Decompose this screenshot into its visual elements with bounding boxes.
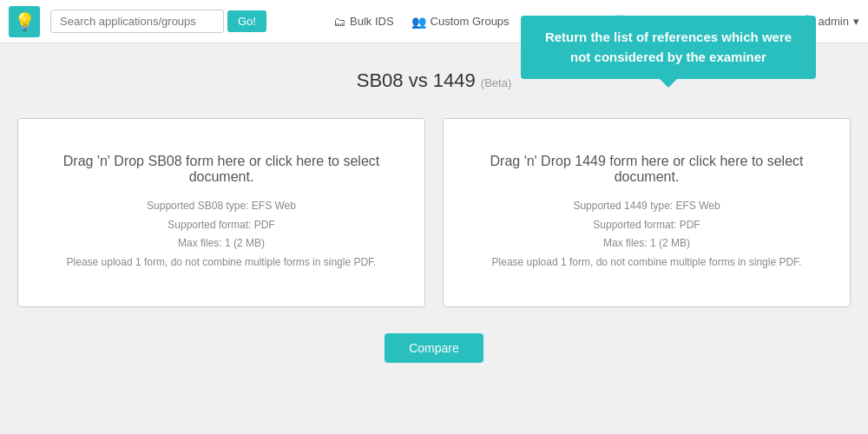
compare-button[interactable]: Compare — [385, 333, 483, 363]
drop-zones-container: Drag 'n' Drop SB08 form here or click he… — [17, 118, 851, 307]
dropzone-1449[interactable]: Drag 'n' Drop 1449 form here or click he… — [443, 118, 851, 307]
custom-groups-label: Custom Groups — [431, 15, 510, 28]
beta-label: (Beta) — [481, 76, 511, 89]
logo-icon[interactable]: 💡 — [9, 6, 40, 37]
dropzone-sb08[interactable]: Drag 'n' Drop SB08 form here or click he… — [17, 118, 425, 307]
dropzone-1449-info: Supported 1449 type: EFS Web Supported f… — [492, 197, 802, 272]
1449-info-line3: Max files: 1 (2 MB) — [492, 234, 802, 253]
admin-chevron-icon: ▾ — [853, 15, 859, 28]
1449-info-line1: Supported 1449 type: EFS Web — [492, 197, 802, 216]
dropzone-1449-title: Drag 'n' Drop 1449 form here or click he… — [470, 154, 824, 185]
sb08-info-line3: Max files: 1 (2 MB) — [67, 234, 377, 253]
bulk-ids-icon: 🗂 — [333, 15, 345, 29]
search-input[interactable] — [50, 10, 224, 33]
bulk-ids-label: Bulk IDS — [350, 15, 394, 28]
dropzone-sb08-info: Supported SB08 type: EFS Web Supported f… — [67, 197, 377, 272]
custom-groups-icon: 👥 — [411, 15, 426, 29]
dropzone-sb08-title: Drag 'n' Drop SB08 form here or click he… — [44, 154, 398, 185]
sb08-info-line2: Supported format: PDF — [67, 216, 377, 235]
admin-label: admin — [819, 15, 849, 28]
go-button[interactable]: Go! — [227, 10, 266, 32]
custom-groups-nav[interactable]: 👥 Custom Groups — [411, 15, 510, 29]
compare-container: Compare — [17, 333, 851, 363]
bulk-ids-nav[interactable]: 🗂 Bulk IDS — [333, 15, 394, 29]
1449-info-line4: Please upload 1 form, do not combine mul… — [492, 253, 802, 273]
sb08-info-line1: Supported SB08 type: EFS Web — [67, 197, 377, 216]
sb08-info-line4: Please upload 1 form, do not combine mul… — [67, 253, 377, 273]
search-container: Go! — [50, 10, 266, 33]
main-content: SB08 vs 1449 (Beta) Drag 'n' Drop SB08 f… — [0, 43, 868, 389]
tooltip-banner: Return the list of references which were… — [521, 16, 816, 79]
1449-info-line2: Supported format: PDF — [492, 216, 802, 235]
